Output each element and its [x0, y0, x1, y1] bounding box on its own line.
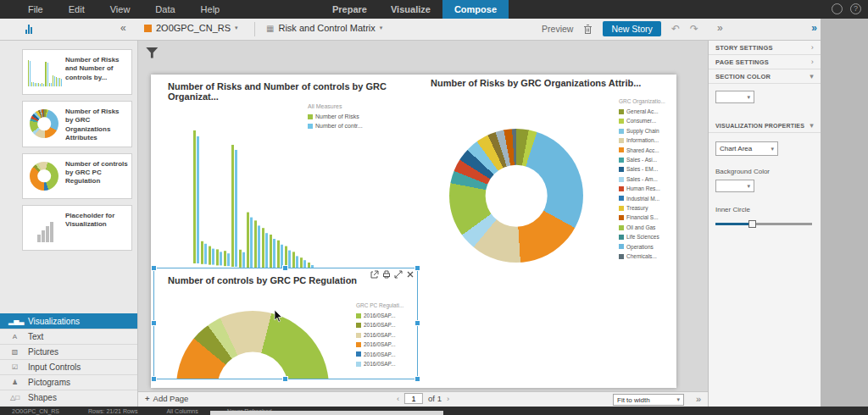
- bar-group[interactable]: [247, 213, 253, 268]
- chart-controls-by-regulation[interactable]: Number of controls by GRC PC Regulation …: [154, 268, 417, 379]
- bar-group[interactable]: [270, 235, 275, 270]
- legend-item[interactable]: Financial S...: [619, 213, 675, 222]
- legend-item[interactable]: Sales - Am...: [619, 174, 675, 184]
- notifications-icon[interactable]: [832, 3, 843, 14]
- menu-item-file[interactable]: File: [15, 0, 56, 19]
- bar[interactable]: [250, 218, 253, 268]
- bar[interactable]: [265, 233, 268, 270]
- legend-item[interactable]: Shared Acc...: [619, 146, 675, 155]
- legend-item[interactable]: Number of Risks: [308, 112, 384, 121]
- bar-group[interactable]: [239, 250, 245, 268]
- bar[interactable]: [270, 235, 272, 270]
- bar-group[interactable]: [224, 251, 230, 266]
- legend-item[interactable]: 2016/0SAP...: [356, 359, 417, 368]
- selection-handle[interactable]: [151, 320, 157, 326]
- donut-chart[interactable]: [176, 311, 329, 379]
- legend-item[interactable]: Sales - Asi...: [619, 155, 675, 164]
- sidebar-item-pictures[interactable]: ▧Pictures: [0, 344, 137, 359]
- donut-chart[interactable]: [449, 129, 583, 263]
- bar[interactable]: [277, 241, 280, 271]
- legend-item[interactable]: Operations: [619, 242, 675, 252]
- sidebar-item-input-controls[interactable]: ☑Input Controls: [0, 359, 137, 374]
- legend-item[interactable]: Treasury: [619, 203, 675, 213]
- inner-circle-slider[interactable]: [715, 220, 812, 228]
- maximize-icon[interactable]: [394, 270, 403, 279]
- legend-item[interactable]: 2016/0SAP...: [356, 320, 417, 329]
- legend-item[interactable]: General Ac...: [619, 107, 675, 116]
- bar[interactable]: [262, 228, 264, 270]
- legend-item[interactable]: 2016/0SAP...: [356, 330, 417, 340]
- bar[interactable]: [227, 253, 230, 266]
- legend-item[interactable]: Chemicals...: [619, 252, 675, 261]
- redo-icon[interactable]: ↷: [690, 23, 698, 35]
- bar[interactable]: [247, 213, 249, 268]
- close-icon[interactable]: [406, 270, 415, 279]
- legend-item[interactable]: Number of contr...: [308, 121, 384, 130]
- selection-handle[interactable]: [282, 376, 288, 382]
- gallery-card[interactable]: Number of Risks and Number of controls b…: [22, 49, 132, 95]
- new-story-button[interactable]: New Story: [603, 21, 660, 36]
- sidebar-item-visualizations[interactable]: ▂▅▃Visualizations: [0, 313, 137, 329]
- legend-item[interactable]: 2016/0SAP...: [356, 340, 417, 349]
- legend-item[interactable]: Information...: [619, 136, 675, 145]
- page-number-input[interactable]: [404, 393, 423, 404]
- section-visualization-properties[interactable]: VISUALIZATION PROPERTIES ▾: [709, 119, 821, 133]
- trash-icon[interactable]: [583, 24, 593, 35]
- chart-risks-and-controls[interactable]: Number of Risks and Number of controls b…: [159, 81, 424, 269]
- legend-item[interactable]: Human Res...: [619, 184, 675, 193]
- section-color-select[interactable]: ▾: [715, 91, 754, 103]
- bar[interactable]: [235, 150, 237, 267]
- legend-item[interactable]: Sales - EM...: [619, 164, 675, 174]
- add-page-button[interactable]: + Add Page: [145, 394, 188, 403]
- print-icon[interactable]: [382, 270, 391, 279]
- export-icon[interactable]: [370, 270, 379, 279]
- section-section-color[interactable]: SECTION COLOR▾: [709, 69, 821, 84]
- legend-item[interactable]: 2016/0SAP...: [356, 350, 417, 359]
- bar[interactable]: [201, 241, 203, 264]
- slider-thumb[interactable]: [748, 220, 756, 228]
- bar-group[interactable]: [201, 241, 207, 264]
- bar-group[interactable]: [262, 228, 268, 270]
- selection-handle[interactable]: [282, 265, 288, 271]
- footer-expand-icon[interactable]: »: [696, 394, 701, 404]
- bar[interactable]: [254, 220, 257, 268]
- gallery-card[interactable]: Number of controls by GRC PC Regulation: [22, 153, 132, 199]
- bar-group[interactable]: [193, 130, 199, 264]
- chart-risks-by-org[interactable]: Number of Risks by GRC Organizations Att…: [431, 78, 675, 283]
- sidebar-item-text[interactable]: AText: [0, 329, 137, 344]
- bar-group[interactable]: [231, 145, 237, 267]
- preview-button[interactable]: Preview: [542, 24, 573, 34]
- bar[interactable]: [224, 251, 226, 266]
- bar[interactable]: [220, 252, 222, 266]
- collapse-panel-icon[interactable]: »: [717, 22, 723, 34]
- legend-item[interactable]: 2016/0SAP...: [356, 311, 417, 320]
- bar-group[interactable]: [216, 249, 222, 266]
- gallery-card[interactable]: Placeholder for Visualization: [22, 205, 132, 251]
- panel-pin-icon[interactable]: »: [811, 22, 817, 34]
- bar[interactable]: [204, 244, 207, 264]
- bar[interactable]: [193, 130, 196, 264]
- sidebar-item-pictograms[interactable]: ♟Pictograms: [0, 374, 137, 390]
- filter-icon[interactable]: [145, 47, 160, 59]
- menu-item-data[interactable]: Data: [142, 0, 187, 19]
- background-color-select[interactable]: ▾: [715, 180, 754, 192]
- section-story-settings[interactable]: STORY SETTINGS›: [709, 41, 821, 55]
- tab-visualize[interactable]: Visualize: [379, 0, 442, 19]
- bar[interactable]: [216, 249, 219, 266]
- selection-handle[interactable]: [415, 265, 420, 271]
- legend-item[interactable]: Life Sciences: [619, 232, 675, 241]
- legend-item[interactable]: Industrial M...: [619, 194, 675, 203]
- chart-controls-by-regulation-frame[interactable]: Number of controls by GRC PC Regulation …: [153, 268, 418, 379]
- tab-prepare[interactable]: Prepare: [320, 0, 379, 19]
- previous-page-icon[interactable]: ‹: [397, 394, 399, 403]
- selection-handle[interactable]: [415, 376, 420, 382]
- visualizations-panel-icon[interactable]: [25, 25, 32, 34]
- legend-item[interactable]: Oil and Gas: [619, 223, 675, 232]
- tab-compose[interactable]: Compose: [442, 0, 509, 19]
- bar[interactable]: [231, 145, 234, 267]
- bar[interactable]: [209, 246, 211, 265]
- zoom-fit-select[interactable]: Fit to width ▾: [613, 394, 684, 406]
- story-selector[interactable]: ▦ Risk and Control Matrix ▾: [266, 23, 382, 33]
- bar-group[interactable]: [209, 246, 214, 265]
- bar[interactable]: [212, 248, 214, 265]
